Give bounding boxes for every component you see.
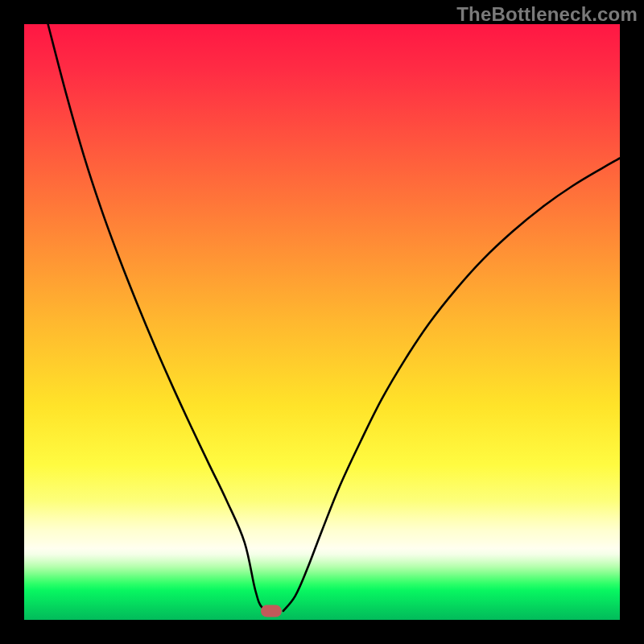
outer-frame: TheBottleneck.com (0, 0, 644, 644)
watermark-text: TheBottleneck.com (456, 3, 638, 26)
optimal-marker (261, 605, 282, 617)
curve-left-branch (48, 24, 275, 611)
curve-right-branch (283, 159, 620, 611)
bottleneck-curve (24, 24, 620, 620)
